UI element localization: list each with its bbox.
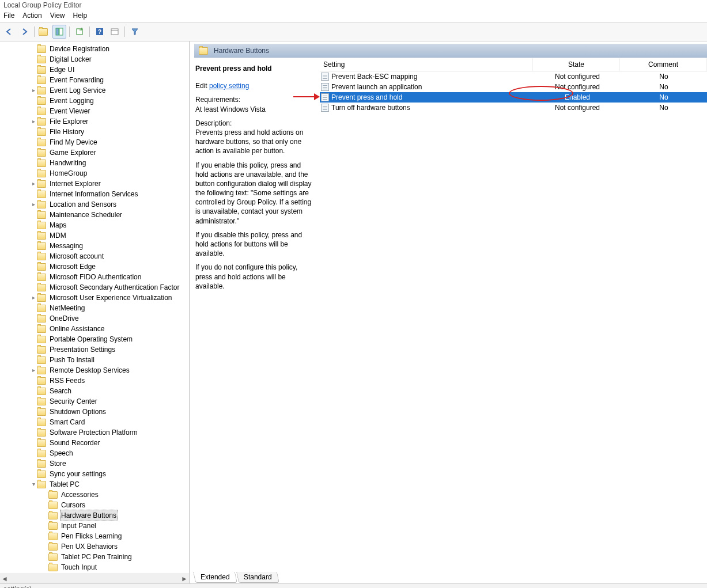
menu-action[interactable]: Action <box>22 12 41 20</box>
tree-item[interactable]: Portable Operating System <box>0 334 189 344</box>
tree-item[interactable]: Cursors <box>0 500 189 510</box>
back-button[interactable] <box>2 25 16 39</box>
tree-item[interactable]: ▸File Explorer <box>0 116 189 127</box>
tree-item[interactable]: Pen Flicks Learning <box>0 531 189 541</box>
scroll-left-icon[interactable]: ◄ <box>0 575 9 583</box>
chevron-down-icon[interactable]: ▾ <box>30 479 37 490</box>
tree-item[interactable]: Accessories <box>0 490 189 500</box>
tree-item[interactable]: Sync your settings <box>0 469 189 479</box>
tree-item-label: Game Explorer <box>48 147 97 158</box>
tree-item[interactable]: Software Protection Platform <box>0 427 189 438</box>
tree-item[interactable]: Microsoft Edge <box>0 261 189 272</box>
tree-item[interactable]: Security Center <box>0 396 189 407</box>
policy-row[interactable]: Prevent launch an applicationNot configu… <box>320 82 707 92</box>
show-hide-tree-button[interactable] <box>52 25 66 39</box>
filter-button[interactable] <box>128 25 142 39</box>
tree-item[interactable]: Game Explorer <box>0 147 189 158</box>
tree-item[interactable]: Digital Locker <box>0 54 189 65</box>
scroll-right-icon[interactable]: ► <box>180 575 189 583</box>
tree-item[interactable]: Tablet PC Pen Training <box>0 552 189 562</box>
folder-icon <box>37 398 46 405</box>
help-button[interactable]: ? <box>93 25 107 39</box>
tree-item[interactable]: Maintenance Scheduler <box>0 210 189 220</box>
tree-item[interactable]: Input Panel <box>0 521 189 531</box>
tree-item[interactable]: ▸Internet Explorer <box>0 179 189 189</box>
policy-row[interactable]: Prevent press and holdEnabledNo <box>320 92 707 103</box>
folder-icon <box>48 502 58 509</box>
tree-item[interactable]: Online Assistance <box>0 324 189 334</box>
tree-item[interactable]: Event Viewer <box>0 106 189 116</box>
tab-extended[interactable]: Extended <box>193 572 237 583</box>
tree-item[interactable]: ▸Remote Desktop Services <box>0 365 189 375</box>
tree-item[interactable]: Messaging <box>0 241 189 251</box>
tree-item[interactable]: Microsoft account <box>0 251 189 261</box>
right-pane-body: Prevent press and hold Edit policy setti… <box>194 58 707 583</box>
tree-item[interactable]: Edge UI <box>0 65 189 75</box>
tree-item[interactable]: Shutdown Options <box>0 407 189 417</box>
tree-item[interactable]: Find My Device <box>0 137 189 147</box>
tree-item[interactable]: Smart Card <box>0 417 189 427</box>
tree-item[interactable]: MDM <box>0 230 189 241</box>
tree-item[interactable]: Touch Input <box>0 562 189 572</box>
tree-item[interactable]: NetMeeting <box>0 303 189 313</box>
tree-item[interactable]: Presentation Settings <box>0 344 189 355</box>
tree-item[interactable]: Microsoft Secondary Authentication Facto… <box>0 282 189 293</box>
tree-item[interactable]: Store <box>0 458 189 469</box>
tree-scroll[interactable]: Device RegistrationDigital LockerEdge UI… <box>0 41 189 574</box>
tree-item[interactable]: Maps <box>0 220 189 230</box>
tree-item[interactable]: Sound Recorder <box>0 438 189 448</box>
tree-item[interactable]: ▸Event Log Service <box>0 85 189 96</box>
tree-item[interactable]: Search <box>0 386 189 396</box>
tree-item[interactable]: OneDrive <box>0 313 189 324</box>
tree-item[interactable]: RSS Feeds <box>0 375 189 386</box>
chevron-right-icon[interactable]: ▸ <box>30 179 37 189</box>
column-header-comment[interactable]: Comment <box>620 58 707 71</box>
tree-item[interactable]: Push To Install <box>0 355 189 365</box>
chevron-right-icon[interactable]: ▸ <box>30 293 37 303</box>
column-header-state[interactable]: State <box>533 58 620 71</box>
tree-item[interactable]: Device Registration <box>0 44 189 54</box>
svg-text:?: ? <box>98 29 101 35</box>
menu-help[interactable]: Help <box>73 12 88 20</box>
menu-view[interactable]: View <box>50 12 65 20</box>
tree-item-label: Microsoft account <box>48 251 105 261</box>
export-list-button[interactable] <box>73 25 86 39</box>
menu-file[interactable]: File <box>3 12 14 20</box>
tree-item[interactable]: Microsoft FIDO Authentication <box>0 272 189 282</box>
properties-button[interactable] <box>108 25 122 39</box>
tree-item[interactable]: Event Forwarding <box>0 75 189 85</box>
policy-setting-name: Prevent launch an application <box>331 83 422 91</box>
tree-item[interactable]: ▸Microsoft User Experience Virtualizatio… <box>0 293 189 303</box>
tree-item[interactable]: Hardware Buttons <box>0 510 189 521</box>
tree-item[interactable]: Handwriting <box>0 158 189 168</box>
tree-item-label: Pen UX Behaviors <box>60 541 119 552</box>
tree-item[interactable]: ▸Location and Sensors <box>0 199 189 210</box>
horizontal-scrollbar[interactable]: ◄ ► <box>0 574 189 583</box>
chevron-right-icon[interactable]: ▸ <box>30 116 37 127</box>
tree-item[interactable]: HomeGroup <box>0 168 189 179</box>
policy-setting-icon <box>321 104 329 112</box>
svg-rect-1 <box>59 28 63 35</box>
chevron-right-icon[interactable]: ▸ <box>30 365 37 375</box>
tree-item-label: Tablet PC <box>48 479 81 490</box>
tree-item[interactable]: Internet Information Services <box>0 189 189 199</box>
tree-item[interactable]: File History <box>0 127 189 137</box>
column-header-setting[interactable]: Setting <box>320 58 533 71</box>
chevron-right-icon[interactable]: ▸ <box>30 85 37 96</box>
policy-row[interactable]: Turn off hardware buttonsNot configuredN… <box>320 103 707 113</box>
tree-item-label: Speech <box>48 448 74 458</box>
up-folder-button[interactable] <box>37 25 51 39</box>
tree-item[interactable]: Event Logging <box>0 96 189 106</box>
description-p1: Prevents press and hold actions on hardw… <box>195 128 303 155</box>
tree-item[interactable]: Speech <box>0 448 189 458</box>
tree-item-label: Microsoft Secondary Authentication Facto… <box>48 282 180 293</box>
policy-row[interactable]: Prevent Back-ESC mappingNot configuredNo <box>320 71 707 82</box>
tree-item[interactable]: Pen UX Behaviors <box>0 541 189 552</box>
tree-item-label: Online Assistance <box>48 324 105 334</box>
edit-policy-link[interactable]: policy setting <box>209 82 249 90</box>
forward-button[interactable] <box>17 25 31 39</box>
tab-standard[interactable]: Standard <box>236 572 279 583</box>
tree-item[interactable]: ▾Tablet PC <box>0 479 189 490</box>
folder-icon <box>37 429 46 437</box>
chevron-right-icon[interactable]: ▸ <box>30 199 37 210</box>
